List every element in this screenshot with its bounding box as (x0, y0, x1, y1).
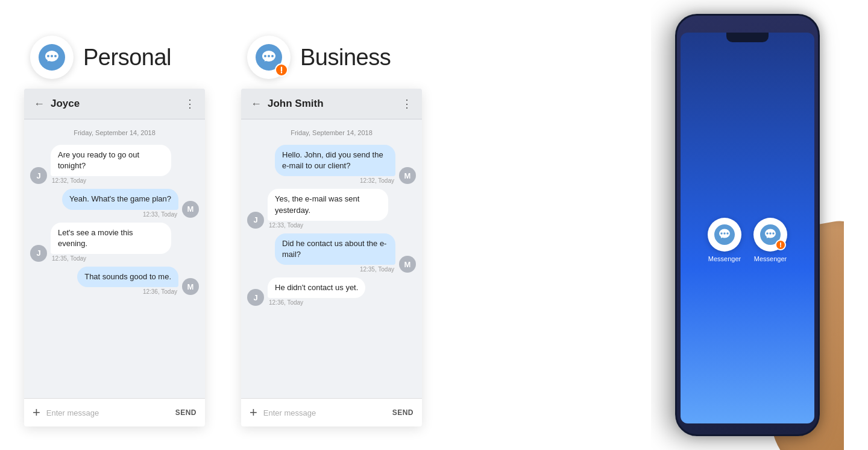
business-time-2: 12:33, Today (268, 222, 388, 229)
business-msg-3: Did he contact us about the e-mail? 12:3… (247, 233, 416, 273)
personal-msg-4: That sounds good to me. 12:36, Today M (30, 267, 199, 295)
business-avatar-j2: J (247, 289, 264, 306)
business-contact-name: John Smith (268, 98, 395, 110)
personal-bubble-1: Are you ready to go out tonight? (51, 145, 171, 176)
personal-add-button[interactable]: + (33, 405, 40, 420)
business-msg-1-wrapper: Hello. John, did you send the e-mail to … (275, 145, 395, 184)
svg-point-3 (51, 55, 53, 57)
business-avatar-m2: M (399, 256, 416, 273)
phone-section: Messenger (651, 0, 844, 450)
personal-msg-3: J Let's see a movie this evening. 12:35,… (30, 223, 199, 262)
main-container: Personal ← Joyce ⋮ Friday, September 14,… (0, 0, 868, 450)
business-panel-title: Business (300, 45, 391, 71)
business-time-1: 12:32, Today (359, 177, 395, 184)
svg-point-22 (769, 232, 771, 234)
phone-icon-messenger-business[interactable] (753, 218, 787, 252)
phone-power-button (818, 76, 820, 100)
business-bubble-2: Yes, the e-mail was sent yesterday. (268, 189, 388, 220)
svg-point-21 (766, 232, 768, 234)
business-date-divider: Friday, September 14, 2018 (247, 129, 416, 136)
personal-panel-wrapper: Personal ← Joyce ⋮ Friday, September 14,… (24, 36, 205, 426)
business-send-button[interactable]: SEND (392, 408, 414, 417)
phone-business-badge (775, 239, 786, 250)
business-time-4: 12:36, Today (268, 299, 365, 306)
business-back-button[interactable]: ← (251, 98, 262, 110)
phone-app-messenger-personal: Messenger (708, 218, 741, 262)
phone-notch (726, 33, 769, 42)
business-title-row: Business (247, 36, 391, 79)
business-chat-footer: + Enter message SEND (241, 398, 422, 426)
personal-bubble-3: Let's see a movie this evening. (51, 223, 171, 254)
personal-chat-header: ← Joyce ⋮ (24, 89, 205, 119)
business-msg-2-wrapper: Yes, the e-mail was sent yesterday. 12:3… (268, 189, 388, 228)
personal-chat-body: Friday, September 14, 2018 J Are you rea… (24, 119, 205, 398)
personal-app-icon[interactable] (30, 36, 74, 79)
personal-time-4: 12:36, Today (142, 288, 178, 295)
svg-point-16 (723, 232, 725, 234)
svg-point-2 (47, 55, 49, 57)
personal-contact-name: Joyce (51, 98, 178, 110)
phone-app-messenger-business: Messenger (753, 218, 787, 262)
personal-time-2: 12:33, Today (142, 211, 178, 218)
personal-msg-2-wrapper: Yeah. What's the game plan? 12:33, Today (62, 189, 178, 217)
business-avatar-j1: J (247, 212, 264, 229)
business-app-icon[interactable] (247, 36, 291, 79)
chat-panels: Personal ← Joyce ⋮ Friday, September 14,… (24, 36, 422, 426)
personal-more-button[interactable]: ⋮ (184, 97, 195, 110)
business-bubble-1: Hello. John, did you send the e-mail to … (275, 145, 395, 176)
personal-message-input[interactable]: Enter message (46, 408, 169, 417)
phone-label-messenger-personal: Messenger (708, 255, 741, 262)
business-msg-3-wrapper: Did he contact us about the e-mail? 12:3… (275, 233, 395, 273)
personal-msg-2: Yeah. What's the game plan? 12:33, Today… (30, 189, 199, 217)
business-add-button[interactable]: + (250, 405, 257, 420)
personal-date-divider: Friday, September 14, 2018 (30, 129, 199, 136)
personal-msg-3-wrapper: Let's see a movie this evening. 12:35, T… (51, 223, 171, 262)
business-bubble-3: Did he contact us about the e-mail? (275, 233, 395, 265)
business-msg-1: Hello. John, did you send the e-mail to … (247, 145, 416, 184)
personal-msg-4-wrapper: That sounds good to me. 12:36, Today (77, 267, 178, 295)
business-notification-badge (275, 63, 288, 77)
personal-title-row: Personal (30, 36, 171, 79)
business-msg-2: J Yes, the e-mail was sent yesterday. 12… (247, 189, 416, 228)
personal-avatar-j2: J (30, 245, 47, 262)
personal-time-1: 12:32, Today (51, 177, 171, 184)
phone-body: Messenger (675, 14, 820, 436)
business-time-3: 12:35, Today (359, 266, 395, 273)
phone-label-messenger-business: Messenger (754, 255, 787, 262)
personal-back-button[interactable]: ← (34, 98, 45, 110)
svg-point-4 (54, 55, 57, 57)
svg-point-8 (264, 55, 266, 57)
personal-panel-title: Personal (83, 45, 171, 71)
phone-vol-down (675, 91, 677, 106)
business-chat-body: Friday, September 14, 2018 Hello. John, … (241, 119, 422, 398)
business-chat-window: ← John Smith ⋮ Friday, September 14, 201… (241, 89, 422, 426)
svg-point-23 (772, 232, 774, 234)
personal-bubble-4: That sounds good to me. (77, 267, 178, 287)
personal-bubble-2: Yeah. What's the game plan? (62, 189, 178, 209)
business-panel-wrapper: Business ← John Smith ⋮ Friday, Septembe… (241, 36, 422, 426)
personal-time-3: 12:35, Today (51, 255, 171, 262)
personal-avatar-m2: M (182, 278, 199, 295)
personal-avatar-m1: M (182, 201, 199, 218)
phone-vol-up (675, 70, 677, 85)
svg-point-9 (268, 55, 270, 57)
svg-point-10 (271, 55, 274, 57)
personal-chat-window: ← Joyce ⋮ Friday, September 14, 2018 J A… (24, 89, 205, 426)
phone-icon-messenger-personal[interactable] (708, 218, 741, 252)
business-msg-4: J He didn't contact us yet. 12:36, Today (247, 277, 416, 306)
phone-screen: Messenger (681, 33, 814, 423)
personal-avatar-j: J (30, 167, 47, 184)
business-avatar-m1: M (399, 167, 416, 184)
personal-msg-1-wrapper: Are you ready to go out tonight? 12:32, … (51, 145, 171, 184)
svg-point-17 (726, 232, 728, 234)
business-message-input[interactable]: Enter message (263, 408, 386, 417)
business-more-button[interactable]: ⋮ (401, 97, 412, 110)
personal-send-button[interactable]: SEND (175, 408, 197, 417)
business-msg-4-wrapper: He didn't contact us yet. 12:36, Today (268, 277, 365, 306)
business-chat-header: ← John Smith ⋮ (241, 89, 422, 119)
svg-point-15 (720, 232, 722, 234)
personal-msg-1: J Are you ready to go out tonight? 12:32… (30, 145, 199, 184)
business-bubble-4: He didn't contact us yet. (268, 277, 365, 298)
personal-chat-footer: + Enter message SEND (24, 398, 205, 426)
